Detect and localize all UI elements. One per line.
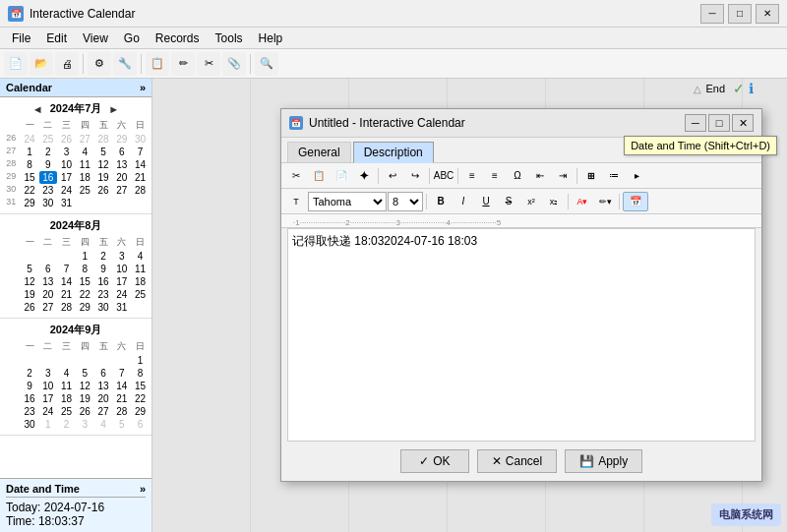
menu-records[interactable]: Records (148, 30, 208, 47)
maximize-button[interactable]: □ (728, 4, 752, 24)
menu-edit[interactable]: Edit (38, 30, 75, 47)
dialog-close-btn[interactable]: ✕ (732, 114, 754, 132)
new-button[interactable]: 📄 (4, 52, 28, 76)
day-24[interactable]: 24 (57, 184, 76, 197)
day-prev-26[interactable]: 26 (57, 133, 76, 146)
dtb-underline[interactable]: U (475, 192, 497, 211)
apply-button[interactable]: 💾 Apply (565, 449, 642, 473)
menu-file[interactable]: File (4, 30, 38, 47)
close-button[interactable]: ✕ (756, 4, 779, 24)
menu-help[interactable]: Help (251, 30, 291, 47)
date-time-chevron[interactable]: » (140, 483, 146, 495)
day-18[interactable]: 18 (76, 171, 94, 184)
day-19[interactable]: 19 (94, 171, 113, 184)
day-31[interactable]: 31 (57, 197, 76, 209)
cancel-button[interactable]: ✕ Cancel (477, 449, 557, 473)
day-17[interactable]: 17 (57, 171, 76, 184)
tool-btn-4[interactable]: ✏ (171, 52, 195, 76)
dtb-redo[interactable]: ↪ (404, 166, 426, 186)
dtb-italic[interactable]: I (453, 192, 474, 211)
dtb-strikethrough[interactable]: S (498, 192, 519, 211)
open-button[interactable]: 📂 (30, 52, 53, 76)
tool-btn-6[interactable]: 📎 (222, 52, 246, 76)
day-23[interactable]: 23 (39, 184, 58, 197)
print-button[interactable]: 🖨 (55, 52, 79, 76)
next-month-btn[interactable]: ► (105, 103, 122, 115)
sidebar-chevron[interactable]: » (140, 82, 146, 93)
day-22[interactable]: 22 (21, 184, 39, 197)
menu-tools[interactable]: Tools (208, 30, 251, 47)
day-prev-30[interactable]: 30 (131, 133, 150, 146)
day-6[interactable]: 6 (113, 146, 132, 158)
day-11[interactable]: 11 (76, 158, 94, 171)
dtb-superscript[interactable]: x² (520, 192, 542, 211)
dtb-table[interactable]: ⊞ (580, 166, 602, 186)
dtb-undo[interactable]: ↩ (382, 166, 403, 186)
day-21[interactable]: 21 (131, 171, 150, 184)
tool-btn-1[interactable]: ⚙ (88, 52, 111, 76)
dtb-subscript[interactable]: x₂ (543, 192, 565, 211)
day-3[interactable]: 3 (57, 146, 76, 158)
day-prev-27[interactable]: 27 (76, 133, 94, 146)
tab-general[interactable]: General (287, 142, 351, 162)
day-26[interactable]: 26 (94, 184, 113, 197)
dialog-text-content[interactable]: 记得取快递 18:032024-07-16 18:03 (287, 228, 756, 442)
font-size-select[interactable]: 8 9 10 12 (388, 192, 423, 211)
day-15[interactable]: 15 (21, 171, 39, 184)
dtb-cut[interactable]: ✂ (285, 166, 307, 186)
dtb-omega[interactable]: Ω (507, 166, 528, 186)
tab-description[interactable]: Description (353, 142, 434, 163)
day-30[interactable]: 30 (39, 197, 58, 209)
tool-btn-5[interactable]: ✂ (197, 52, 220, 76)
dtb-highlight[interactable]: ✏▾ (594, 192, 616, 211)
day-10[interactable]: 10 (57, 158, 76, 171)
prev-month-btn[interactable]: ◄ (30, 103, 46, 115)
dialog-footer: ✓ OK ✕ Cancel 💾 Apply (281, 442, 761, 481)
day-8[interactable]: 8 (21, 158, 39, 171)
day-12[interactable]: 12 (94, 158, 113, 171)
dtb-paste[interactable]: 📄 (331, 166, 352, 186)
day-prev-29[interactable]: 29 (113, 133, 132, 146)
day-5[interactable]: 5 (94, 146, 113, 158)
day-16-today[interactable]: 16 (39, 171, 58, 184)
tool-btn-2[interactable]: 🔧 (113, 52, 137, 76)
day-13[interactable]: 13 (113, 158, 132, 171)
day-prev-24[interactable]: 24 (21, 133, 39, 146)
day-14[interactable]: 14 (131, 158, 150, 171)
minimize-button[interactable]: ─ (700, 4, 724, 24)
dtb-font-color[interactable]: A▾ (572, 192, 593, 211)
tool-btn-3[interactable]: 📋 (146, 52, 169, 76)
day-29[interactable]: 29 (21, 197, 39, 209)
dtb-center[interactable]: ≡ (484, 166, 506, 186)
day-7[interactable]: 7 (131, 146, 150, 158)
day-prev-28[interactable]: 28 (94, 133, 113, 146)
dialog-maximize-btn[interactable]: □ (708, 114, 730, 132)
day-2[interactable]: 2 (39, 146, 58, 158)
dtb-list[interactable]: ≔ (603, 166, 625, 186)
menu-view[interactable]: View (75, 30, 116, 47)
day-27[interactable]: 27 (113, 184, 132, 197)
day-1[interactable]: 1 (21, 146, 39, 158)
dtb-left[interactable]: ≡ (461, 166, 483, 186)
menu-go[interactable]: Go (116, 30, 148, 47)
dtb-more[interactable]: ▸ (626, 166, 647, 186)
calendar-september-grid: 一 二 三 四 五 六 日 1 2 3 4 5 (2, 339, 150, 431)
dtb-font-type[interactable]: T (285, 192, 307, 211)
dtb-copy[interactable]: 📋 (308, 166, 330, 186)
day-4[interactable]: 4 (76, 146, 94, 158)
font-family-select[interactable]: Tahoma Arial Times New Roman (308, 192, 387, 211)
dtb-bold[interactable]: B (430, 192, 452, 211)
dtb-special[interactable]: ✦ (353, 166, 375, 186)
dtb-datetime-btn[interactable]: 📅 (623, 192, 648, 211)
tool-btn-7[interactable]: 🔍 (255, 52, 278, 76)
day-20[interactable]: 20 (113, 171, 132, 184)
dialog-minimize-btn[interactable]: ─ (685, 114, 706, 132)
dtb-indent-l[interactable]: ⇤ (529, 166, 551, 186)
day-prev-25[interactable]: 25 (39, 133, 58, 146)
day-25[interactable]: 25 (76, 184, 94, 197)
ok-button[interactable]: ✓ OK (400, 449, 469, 473)
day-9[interactable]: 9 (39, 158, 58, 171)
day-28[interactable]: 28 (131, 184, 150, 197)
dtb-spell[interactable]: ABC (433, 166, 454, 186)
dtb-indent-r[interactable]: ⇥ (552, 166, 574, 186)
